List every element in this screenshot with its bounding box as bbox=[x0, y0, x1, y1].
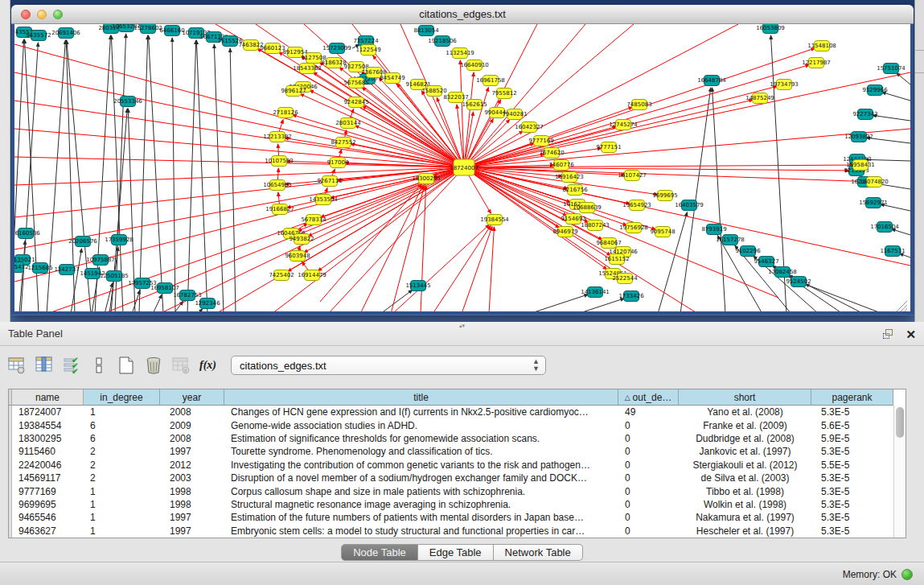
graph-node[interactable]: 15751074 bbox=[883, 63, 899, 74]
graph-node[interactable]: 6946979 bbox=[557, 226, 573, 237]
float-panel-icon[interactable] bbox=[883, 329, 894, 340]
tab-node-table[interactable]: Node Table bbox=[341, 544, 418, 561]
graph-node[interactable]: 16648784 bbox=[704, 75, 720, 86]
graph-node[interactable]: 16074820 bbox=[866, 176, 882, 187]
column-header-in_degree[interactable]: in_degree bbox=[84, 389, 160, 406]
graph-node[interactable]: 7460776 bbox=[553, 159, 569, 171]
graph-node[interactable]: 9524502 bbox=[791, 276, 807, 287]
graph-node[interactable]: 7674620 bbox=[544, 147, 560, 159]
column-narrow-icon[interactable] bbox=[88, 355, 109, 376]
graph-node[interactable]: 3915412 bbox=[14, 262, 24, 273]
graph-node[interactable]: 9777151 bbox=[601, 142, 617, 153]
graph-node[interactable]: 7485083 bbox=[631, 99, 647, 110]
graph-node[interactable]: 1733426 bbox=[623, 290, 639, 302]
function-builder-icon[interactable]: f(x) bbox=[199, 359, 216, 372]
graph-node[interactable]: 14353594 bbox=[315, 194, 331, 205]
graph-node[interactable]: 19384554 bbox=[487, 214, 503, 225]
graph-node[interactable]: 1292346 bbox=[199, 298, 216, 309]
graph-node[interactable]: 17016504 bbox=[877, 221, 893, 233]
graph-node[interactable]: 10653287 bbox=[118, 24, 134, 32]
graph-node[interactable]: 2522544 bbox=[617, 273, 633, 284]
graph-node[interactable]: 10654985 bbox=[269, 179, 285, 191]
graph-node[interactable]: 9435572 bbox=[31, 30, 47, 41]
table-row[interactable]: 969969511998Structural magnetic resonanc… bbox=[9, 498, 893, 511]
graph-node[interactable]: 12505185 bbox=[106, 270, 122, 282]
table-row[interactable]: 911546021997Tourette syndrome. Phenomeno… bbox=[9, 445, 893, 458]
graph-node[interactable]: 1342737 bbox=[59, 264, 75, 275]
graph-node[interactable]: 9493822 bbox=[294, 233, 310, 245]
graph-node[interactable]: 15692971 bbox=[865, 197, 881, 208]
graph-node[interactable]: 12213382 bbox=[269, 131, 285, 142]
graph-node[interactable]: 9699695 bbox=[657, 190, 673, 201]
column-header-out_degree[interactable]: △out_de… bbox=[618, 389, 679, 406]
graph-node[interactable]: 19756928 bbox=[626, 222, 642, 233]
graph-node[interactable]: 6466160 bbox=[164, 25, 180, 36]
graph-node[interactable]: 5678334 bbox=[306, 214, 322, 225]
graph-node[interactable]: 2718126 bbox=[277, 107, 294, 118]
network-window[interactable]: citations_edges.txt 24355729435572206914… bbox=[11, 5, 914, 315]
graph-node[interactable]: 15723099 bbox=[329, 43, 345, 54]
graph-node[interactable]: 1562615 bbox=[466, 99, 483, 110]
graph-node[interactable]: 9546327 bbox=[758, 256, 774, 267]
graph-node[interactable]: 16916423 bbox=[561, 171, 577, 183]
graph-node[interactable]: 16958107 bbox=[157, 282, 173, 294]
new-table-icon[interactable] bbox=[116, 355, 137, 376]
graph-node[interactable]: 14136141 bbox=[587, 286, 603, 298]
graph-node[interactable]: 8454749 bbox=[384, 72, 400, 84]
graph-node[interactable]: 9603948 bbox=[290, 250, 306, 262]
graph-node[interactable]: 9154693 bbox=[565, 213, 581, 225]
graph-node[interactable]: 16157278 bbox=[722, 234, 738, 245]
graph-node[interactable]: 7463822 bbox=[243, 39, 259, 51]
graph-node[interactable]: 2803144 bbox=[340, 117, 356, 129]
graph-node[interactable]: 5675685 bbox=[348, 77, 364, 89]
graph-node[interactable]: 12217987 bbox=[808, 57, 824, 68]
table-row[interactable]: 946362711997Embryonic stem cells: a mode… bbox=[9, 525, 893, 538]
graph-node[interactable]: 16107427 bbox=[624, 170, 640, 181]
select-all-check-icon[interactable]: ✔✔✔ bbox=[61, 355, 82, 376]
graph-node[interactable]: 11548108 bbox=[814, 40, 830, 51]
graph-node[interactable]: 12745274 bbox=[615, 119, 631, 130]
graph-node[interactable]: 1167531 bbox=[885, 245, 901, 257]
graph-node[interactable]: 9660123 bbox=[265, 43, 281, 54]
graph-node[interactable]: 16042327 bbox=[521, 122, 537, 133]
graph-node[interactable]: 17957253 bbox=[134, 278, 150, 289]
graph-node[interactable]: 9267110 bbox=[322, 175, 338, 187]
graph-node[interactable]: 10975887 bbox=[92, 254, 109, 266]
graph-node[interactable]: 20691406 bbox=[58, 27, 74, 39]
network-graph-canvas[interactable]: 2435572943557220691406280314110653287152… bbox=[14, 24, 910, 311]
graph-node[interactable]: 8216756 bbox=[567, 184, 583, 196]
table-row[interactable]: 1456911722003Disruption of a novel membe… bbox=[9, 472, 893, 484]
graph-node[interactable]: 9095748 bbox=[655, 226, 671, 237]
graph-node[interactable]: 9329966 bbox=[867, 84, 883, 96]
graph-node[interactable]: 16053809 bbox=[762, 24, 778, 34]
graph-node[interactable]: 9896127 bbox=[285, 85, 302, 97]
table-select-combobox[interactable]: citations_edges.txt ▲▼ bbox=[231, 356, 546, 375]
column-header-year[interactable]: year bbox=[160, 389, 224, 406]
graph-node[interactable]: 17082458 bbox=[774, 266, 791, 278]
graph-node[interactable]: 18543362 bbox=[299, 63, 315, 74]
graph-node[interactable]: 8427552 bbox=[335, 137, 351, 148]
column-header-pagerank[interactable]: pagerank bbox=[811, 389, 893, 406]
graph-node[interactable]: 17359928 bbox=[111, 234, 127, 245]
graph-node[interactable]: 9684067 bbox=[601, 237, 617, 249]
graph-node[interactable]: 1615152 bbox=[609, 253, 625, 265]
graph-node[interactable]: 18300295 bbox=[418, 173, 434, 184]
column-header-short[interactable]: short bbox=[679, 389, 811, 406]
column-header-name[interactable]: name bbox=[12, 389, 84, 406]
graph-node[interactable]: 10107553 bbox=[271, 155, 287, 167]
graph-node[interactable]: 12093832 bbox=[851, 131, 867, 142]
graph-node[interactable]: 9777169 bbox=[533, 135, 549, 146]
graph-node[interactable]: 1513445 bbox=[410, 280, 426, 291]
table-settings-icon[interactable] bbox=[6, 355, 27, 376]
graph-node[interactable]: 15958431 bbox=[852, 159, 869, 171]
graph-node[interactable]: 15278602 bbox=[140, 24, 156, 34]
graph-node[interactable]: 8813054 bbox=[418, 25, 434, 36]
table-row[interactable]: 1830029562008Estimation of significance … bbox=[9, 432, 893, 445]
graph-node[interactable]: 18807243 bbox=[587, 220, 603, 231]
graph-node[interactable]: 9227343 bbox=[857, 109, 873, 120]
graph-node[interactable]: 7515526 bbox=[222, 35, 238, 47]
close-panel-icon[interactable]: ✕ bbox=[906, 328, 916, 340]
graph-node[interactable]: 10688639 bbox=[579, 202, 595, 213]
graph-node[interactable]: 9242845 bbox=[348, 97, 364, 108]
graph-node[interactable]: 20553346 bbox=[120, 96, 136, 107]
